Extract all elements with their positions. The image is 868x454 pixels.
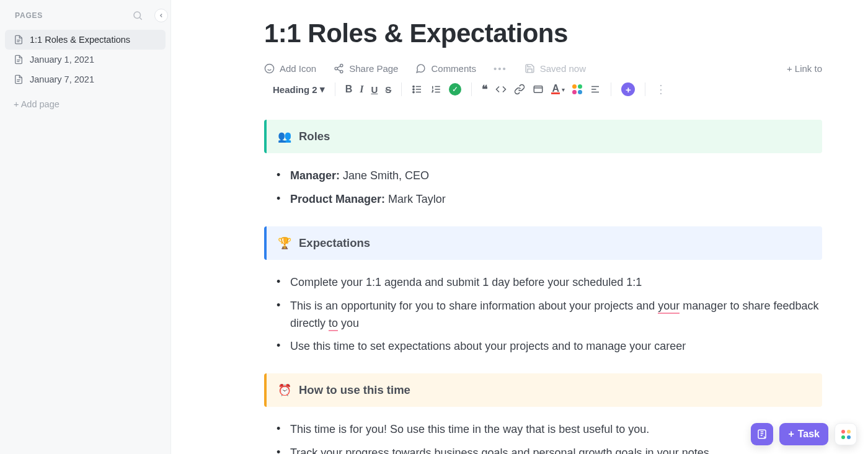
list-item[interactable]: This is an opportunity for you to share … <box>277 295 822 336</box>
more-actions-button[interactable]: ••• <box>494 63 507 74</box>
link-to-button[interactable]: + Link to <box>787 63 822 74</box>
caret-down-icon: ▾ <box>562 86 565 93</box>
checklist-button[interactable]: ✓ <box>449 83 461 96</box>
text: you <box>338 317 359 329</box>
add-page-button[interactable]: + Add page <box>0 92 170 117</box>
roles-list[interactable]: Manager: Jane Smith, CEO Product Manager… <box>264 158 822 214</box>
numbered-list-button[interactable] <box>430 84 441 95</box>
svg-point-19 <box>413 86 414 87</box>
sidebar-item-roles-expectations[interactable]: 1:1 Roles & Expectations <box>5 30 166 50</box>
svg-line-1 <box>140 17 141 19</box>
callout-roles[interactable]: 👥 Roles <box>264 120 822 153</box>
underline-button[interactable]: U <box>371 84 378 95</box>
apps-button[interactable] <box>835 423 857 445</box>
list-item[interactable]: Complete your 1:1 agenda and submit 1 da… <box>277 271 822 295</box>
sidebar-item-jan-1[interactable]: January 1, 2021 <box>5 50 166 69</box>
sidebar-header-icons <box>132 9 162 22</box>
svg-point-11 <box>340 64 343 66</box>
svg-point-20 <box>413 89 414 90</box>
saved-label: Saved now <box>540 63 586 74</box>
align-button[interactable] <box>590 84 601 95</box>
caret-down-icon: ▾ <box>320 84 325 95</box>
sidebar-item-jan-7[interactable]: January 7, 2021 <box>5 69 166 89</box>
add-icon-button[interactable]: Add Icon <box>264 63 316 74</box>
sidebar: PAGES 1:1 Roles & Expectations <box>0 0 171 454</box>
text: Track your progress towards business goa… <box>290 447 709 454</box>
text: Complete your 1:1 agenda and submit 1 da… <box>290 276 642 288</box>
share-page-button[interactable]: Share Page <box>334 63 398 74</box>
expectations-list[interactable]: Complete your 1:1 agenda and submit 1 da… <box>264 265 822 362</box>
text: Use this time to set expectations about … <box>290 340 686 352</box>
list-item[interactable]: This time is for you! So use this time i… <box>277 418 822 442</box>
svg-point-0 <box>134 12 141 19</box>
list-group: ✓ <box>412 83 461 96</box>
sidebar-item-label: January 1, 2021 <box>30 55 94 65</box>
sidebar-title: PAGES <box>15 11 43 20</box>
role-value: Mark Taylor <box>385 193 446 205</box>
list-item[interactable]: Use this time to set expectations about … <box>277 335 822 358</box>
svg-line-14 <box>337 69 340 71</box>
floating-action-bar: + Task <box>751 423 857 445</box>
spellcheck-word: to <box>329 317 338 331</box>
code-block-button[interactable] <box>495 84 507 95</box>
share-icon <box>334 63 344 74</box>
text: This is an opportunity for you to share … <box>290 300 658 312</box>
spellcheck-word: your <box>658 300 680 314</box>
sidebar-item-label: 1:1 Roles & Expectations <box>30 35 130 45</box>
svg-rect-25 <box>534 86 543 93</box>
bulleted-list-button[interactable] <box>412 84 423 95</box>
italic-button[interactable]: I <box>360 84 363 95</box>
clock-icon: ⏰ <box>278 383 291 397</box>
list-item[interactable]: Product Manager: Mark Taylor <box>277 188 822 211</box>
howto-list[interactable]: This time is for you! So use this time i… <box>264 412 822 454</box>
text-style-group: B I U S <box>345 84 392 95</box>
svg-point-13 <box>340 70 343 73</box>
callout-howto[interactable]: ⏰ How to use this time <box>264 373 822 407</box>
list-item[interactable]: Manager: Jane Smith, CEO <box>277 164 822 188</box>
callout-expectations[interactable]: 🏆 Expectations <box>264 226 822 260</box>
save-icon <box>525 63 535 74</box>
toolbar-more-button[interactable]: ⋮ <box>655 82 666 96</box>
insert-group: ❝ <box>482 82 544 96</box>
formatting-toolbar: Heading 2 ▾ B I U S <box>264 80 822 107</box>
separator <box>401 82 402 96</box>
page-icon <box>14 35 24 45</box>
separator <box>611 82 611 96</box>
sidebar-list: 1:1 Roles & Expectations January 1, 2021… <box>0 27 170 92</box>
color-group: A ▾ <box>551 83 601 96</box>
text: This time is for you! So use this time i… <box>290 423 649 435</box>
task-label: Task <box>798 429 820 440</box>
block-type-select[interactable]: Heading 2 ▾ <box>264 84 325 95</box>
sidebar-item-label: January 7, 2021 <box>30 74 94 84</box>
action-label: Add Icon <box>280 63 316 74</box>
app-root: PAGES 1:1 Roles & Expectations <box>0 0 868 454</box>
trophy-icon: 🏆 <box>278 236 291 250</box>
people-icon: 👥 <box>278 130 291 143</box>
notepad-button[interactable] <box>751 423 773 445</box>
text-color-button[interactable]: A ▾ <box>551 83 565 96</box>
action-label: + Link to <box>787 63 822 74</box>
strikethrough-button[interactable]: S <box>385 84 391 95</box>
page-actions: Add Icon Share Page Comments ••• <box>264 60 822 80</box>
page-title[interactable]: 1:1 Roles & Expectations <box>264 19 822 48</box>
collapse-sidebar-button[interactable] <box>154 9 168 22</box>
search-icon[interactable] <box>132 10 143 21</box>
list-item[interactable]: Track your progress towards business goa… <box>277 442 822 454</box>
link-button[interactable] <box>514 84 525 95</box>
quote-button[interactable]: ❝ <box>482 82 488 96</box>
separator <box>471 82 472 96</box>
new-task-button[interactable]: + Task <box>779 423 828 445</box>
add-block-button[interactable]: + <box>621 82 635 96</box>
separator <box>645 82 645 96</box>
embed-button[interactable] <box>533 84 544 95</box>
role-label: Product Manager: <box>290 193 385 205</box>
highlight-button[interactable] <box>572 84 582 94</box>
separator <box>335 82 335 96</box>
apps-icon <box>841 430 851 439</box>
sidebar-header: PAGES <box>0 0 170 27</box>
comments-button[interactable]: Comments <box>415 63 476 74</box>
svg-point-21 <box>413 91 414 92</box>
bold-button[interactable]: B <box>345 84 353 95</box>
role-label: Manager: <box>290 169 340 182</box>
action-label: Share Page <box>349 63 398 74</box>
